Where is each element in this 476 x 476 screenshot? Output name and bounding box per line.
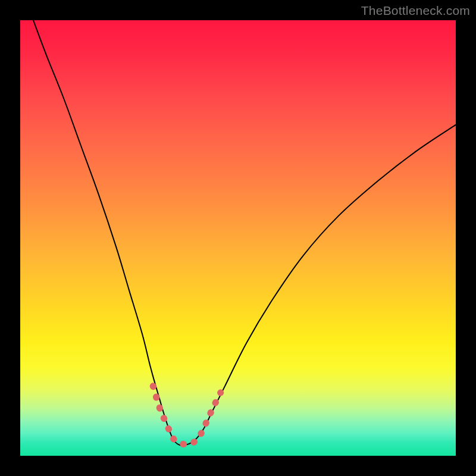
highlight-segment (153, 386, 220, 444)
chart-frame: TheBottleneck.com (0, 0, 476, 476)
bottleneck-curve (33, 20, 456, 446)
curve-layer (20, 20, 456, 456)
plot-area (20, 20, 456, 456)
watermark-text: TheBottleneck.com (361, 4, 470, 18)
